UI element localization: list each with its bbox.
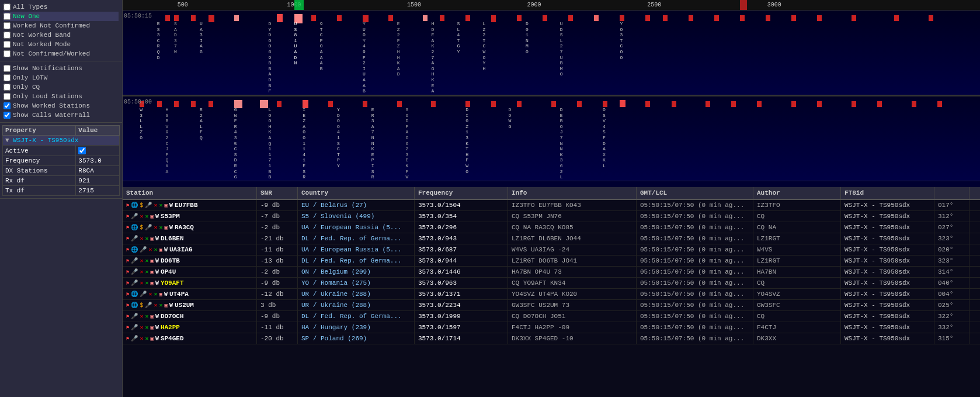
snr-cell: 3 db xyxy=(257,300,298,310)
info-cell: CQ NA RA3CQ KO85 xyxy=(508,222,637,233)
signal-b2-26 xyxy=(791,101,796,107)
waterfall[interactable]: 500 1000 1500 2000 2500 3000 05:50:15 xyxy=(123,0,980,187)
w-icon: W xyxy=(155,213,159,220)
wf2-text-12: DEBOJ7NNK362LCGEA xyxy=(560,107,563,181)
wf-text-2: SAD37M xyxy=(174,21,177,55)
checkbox-only-lotw[interactable] xyxy=(4,74,11,81)
country-cell: UR / Ukraine (288) xyxy=(298,289,415,299)
header-bearing xyxy=(934,187,969,199)
filter-new-one[interactable]: New One xyxy=(4,12,119,21)
callsign: DO6TB xyxy=(161,257,180,264)
x2-icon: ✕ xyxy=(145,213,148,220)
info-cell: W4VS UA3IAG -24 xyxy=(508,244,637,255)
ftid-cell: WSJT-X - TS950sdx xyxy=(841,333,934,344)
w-icon: W xyxy=(155,269,159,275)
checkbox-only-cq[interactable] xyxy=(4,84,11,91)
checkbox-show-calls[interactable] xyxy=(4,112,11,119)
bearing-cell: 322° xyxy=(934,311,969,322)
wf2-text-5: LOOHKAQ1171BBTK xyxy=(269,107,272,181)
filter-not-worked-mode[interactable]: Not Worked Mode xyxy=(4,40,119,49)
filter-worked-not-confirmed[interactable]: Worked Not Confirmed xyxy=(4,21,119,30)
profile-label[interactable]: ▼ WSJT-X - TS950sdx xyxy=(3,136,120,146)
wf-text-8: EZ2FZHHKAD xyxy=(397,21,400,77)
filter-not-worked-band[interactable]: Not Worked Band xyxy=(4,30,119,40)
filter-section-extra: Show Notifications Only LOTW Only CQ Onl… xyxy=(0,61,122,123)
x2-icon: ✕ xyxy=(145,235,148,242)
freq-marker-1500: 1500 xyxy=(407,2,421,8)
signal-b2-31 xyxy=(937,101,942,107)
checkbox-worked-not-confirmed[interactable] xyxy=(4,22,11,29)
flag-icon: ⚑ xyxy=(126,291,129,298)
mic-icon: 🎤 xyxy=(131,279,138,286)
mic-icon: 🎤 xyxy=(131,235,138,242)
checkbox-not-confirmed-worked[interactable] xyxy=(4,50,11,57)
table-row[interactable]: ⚑ 🌐 $ 🎤 ✕ ✕ ▣ W US2UM 3 db UR / Ukraine … xyxy=(123,300,980,311)
gmt-cell: 05:50:15/07:50 (0 min ag... xyxy=(637,211,753,222)
x1-icon: ✕ xyxy=(140,257,143,264)
table-row[interactable]: ⚑ 🎤 ✕ ✕ ▣ W DL6BEN -21 db DL / Fed. Rep.… xyxy=(123,233,980,244)
checkbox-only-loud[interactable] xyxy=(4,93,11,100)
table-row[interactable]: ⚑ 🎤 ✕ ✕ ▣ W DO7OCH -9 db DL / Fed. Rep. … xyxy=(123,311,980,322)
x2-icon: ✕ xyxy=(145,335,148,342)
table-row[interactable]: ⚑ 🎤 ✕ ✕ ▣ W DO6TB -13 db DL / Fed. Rep. … xyxy=(123,256,980,267)
x1-icon: ✕ xyxy=(148,246,152,253)
country-cell: UR / Ukraine (288) xyxy=(298,300,415,310)
property-txdf-label: Tx df xyxy=(3,186,76,196)
filter-not-confirmed-worked[interactable]: Not Confirmed/Worked xyxy=(4,49,119,58)
mic-icon: 🎤 xyxy=(140,291,147,298)
table-row[interactable]: ⚑ 🎤 ✕ ✕ ▣ W YO9AFT -9 db YO / Romania (2… xyxy=(123,278,980,289)
signal-12 xyxy=(423,15,428,21)
checkbox-not-worked-band[interactable] xyxy=(4,32,11,39)
callsign: S53PM xyxy=(161,213,180,220)
wf2-text-10: DI0Z13KTHFWO xyxy=(465,107,468,174)
station-list[interactable]: Station SNR Country Frequency Info GMT/L… xyxy=(123,187,980,397)
table-row[interactable]: ⚑ 🎤 ✕ ✕ ▣ W OP4U -2 db ON / Belgium (209… xyxy=(123,267,980,278)
waterfall-band-1: 05:50:15 xyxy=(123,11,980,95)
filter-all-types[interactable]: All Types xyxy=(4,2,119,12)
ftid-cell: WSJT-X - TS950sdx xyxy=(841,244,934,255)
bearing-cell: 004° xyxy=(934,289,969,299)
info-cell: DK3XX SP4GED -10 xyxy=(508,333,637,344)
filter-new-one-label: New One xyxy=(13,13,40,20)
antenna-icon: ▣ xyxy=(159,247,162,253)
snr-cell: -11 db xyxy=(257,322,298,333)
table-row[interactable]: ⚑ 🌐 $ 🎤 ✕ ✕ ▣ W EU7FBB -9 db EU / Belaru… xyxy=(123,200,980,211)
checkbox-all-types[interactable] xyxy=(4,4,11,11)
x1-icon: ✕ xyxy=(140,335,143,342)
flag-icon: ⚑ xyxy=(126,302,129,309)
x2-icon: ✕ xyxy=(145,257,148,264)
station-cell: ⚑ 🎤 ✕ ✕ ▣ W HA2PP xyxy=(123,322,257,333)
station-cell: ⚑ 🌐 $ 🎤 ✕ ✕ ▣ W US2UM xyxy=(123,300,257,310)
snr-cell: -12 db xyxy=(257,289,298,299)
signal-26 xyxy=(766,15,770,21)
author-cell: F4CTJ xyxy=(753,322,841,333)
table-row[interactable]: ⚑ 🎤 ✕ ✕ ▣ W HA2PP -11 db HA / Hungary (2… xyxy=(123,322,980,333)
flag-icon: ⚑ xyxy=(126,280,129,286)
checkbox-new-one[interactable] xyxy=(4,13,11,20)
table-row[interactable]: ⚑ 🌐 🎤 ✕ ✕ ▣ W UT4PA -12 db UR / Ukraine … xyxy=(123,289,980,300)
snr-cell: -7 db xyxy=(257,211,298,222)
signal-b2-19 xyxy=(603,101,607,107)
checkbox-not-worked-mode[interactable] xyxy=(4,41,11,48)
signal-b2-3 xyxy=(174,101,179,107)
table-row[interactable]: ⚑ 🎤 ✕ ✕ ▣ W S53PM -7 db S5 / Slovenia (4… xyxy=(123,211,980,222)
ftid-cell: WSJT-X - TS950sdx xyxy=(841,289,934,299)
table-row[interactable]: ⚑ 🎤 ✕ ✕ ▣ W SP4GED -20 db SP / Poland (2… xyxy=(123,333,980,344)
table-row[interactable]: ⚑ 🌐 🎤 ✕ ✕ ▣ W UA3IAG -11 db UA / Europea… xyxy=(123,244,980,256)
checkbox-show-notifications[interactable] xyxy=(4,65,11,72)
property-row-active: Active xyxy=(3,146,120,156)
checkbox-show-worked[interactable] xyxy=(4,102,11,109)
table-row[interactable]: ⚑ 🌐 $ 🎤 ✕ ✕ ▣ W RA3CQ -2 db UA / Europea… xyxy=(123,222,980,233)
filter-only-loud[interactable]: Only Loud Stations xyxy=(4,92,119,101)
filter-show-worked[interactable]: Show Worked Stations xyxy=(4,101,119,111)
signal-16 xyxy=(517,15,522,21)
filter-only-lotw[interactable]: Only LOTW xyxy=(4,73,119,82)
filter-show-notifications[interactable]: Show Notifications xyxy=(4,64,119,73)
gmt-cell: 05:50:15/07:50 (0 min ag... xyxy=(637,311,753,322)
property-active-value[interactable] xyxy=(76,146,120,156)
w-icon: W xyxy=(164,291,168,298)
active-checkbox[interactable] xyxy=(78,147,86,154)
signal-b2-25 xyxy=(757,101,762,107)
filter-only-cq[interactable]: Only CQ xyxy=(4,82,119,92)
filter-show-calls[interactable]: Show Calls WaterFall xyxy=(4,111,119,120)
